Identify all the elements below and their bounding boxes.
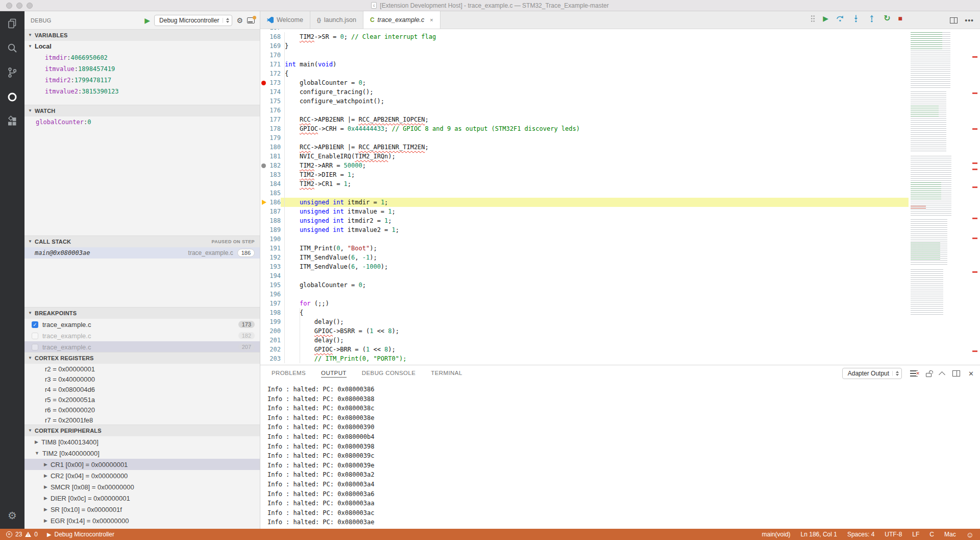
output-log[interactable]: Info : halted: PC: 0x08000386Info : halt… [260,382,980,529]
variable-row[interactable]: itmvalue2: 3815390123 [24,86,260,97]
call-stack-section-header[interactable]: ▼ CALL STACK PAUSED ON STEP [24,236,260,247]
code-line[interactable]: 188 unsigned int itmdir2 = 1; [260,216,980,225]
breakpoint-marker[interactable] [260,78,267,87]
peripheral-row[interactable]: ▶CR1 [0x00] = 0x00000001 [24,459,260,470]
code-line[interactable]: 170 [260,51,980,60]
code-line[interactable]: 177 RCC->APB2ENR |= RCC_APB2ENR_IOPCEN; [260,115,980,124]
cursor-position[interactable]: Ln 186, Col 1 [801,531,837,538]
code-line[interactable]: 187 unsigned int itmvalue = 1; [260,207,980,216]
code-line[interactable]: 173 globalCounter = 0; [260,78,980,87]
problems-status[interactable]: ✕ 23 0 [6,531,38,538]
peripheral-row[interactable]: ▶SMCR [0x08] = 0x00000000 [24,481,260,492]
window-controls[interactable] [6,3,33,9]
debug-icon[interactable] [6,91,18,103]
panel-tab-debug-console[interactable]: DEBUG CONSOLE [362,370,416,378]
symbol-indicator[interactable]: main(void) [762,531,791,538]
split-editor-icon[interactable] [950,17,958,24]
register-row[interactable]: r2 = 0x00000001 [24,364,260,374]
code-line[interactable]: 172{ [260,69,980,78]
indentation-indicator[interactable]: Spaces: 4 [847,531,874,538]
code-line[interactable]: 197 for (;;) [260,299,980,308]
settings-gear-icon[interactable]: ⚙ [8,509,17,522]
register-row[interactable]: r4 = 0x080004d6 [24,384,260,394]
breakpoints-section-header[interactable]: ▼ BREAKPOINTS [24,308,260,319]
overview-ruler[interactable] [955,29,980,365]
close-tab-icon[interactable]: × [430,17,433,23]
disabled-breakpoint-marker[interactable] [260,161,267,170]
peripheral-row[interactable]: ▶SR [0x10] = 0x0000001f [24,504,260,515]
lock-scroll-icon[interactable] [926,373,932,377]
step-out-button[interactable] [868,14,876,22]
more-actions-icon[interactable]: ••• [965,16,974,25]
peripheral-row[interactable]: ▶CCMR1_Output [0x18] = 0x00000000 [24,526,260,529]
code-line[interactable]: 179 [260,133,980,143]
code-line[interactable]: 174 configure_tracing(); [260,87,980,97]
code-line[interactable]: 194 [260,271,980,280]
peripheral-row[interactable]: ▼TIM2 [0x40000000] [24,448,260,459]
code-line[interactable]: 185 [260,189,980,198]
code-line[interactable]: 191 ITM_Print(0, "Boot"); [260,244,980,253]
zoom-window-button[interactable] [27,3,33,9]
code-line[interactable]: 190 [260,234,980,244]
watch-section-header[interactable]: ▼ WATCH [24,105,260,116]
code-line[interactable]: 175 configure_watchpoint(); [260,97,980,106]
peripheral-row[interactable]: ▶DIER [0x0c] = 0x00000001 [24,492,260,504]
code-line[interactable]: 183 TIM2->DIER = 1; [260,170,980,179]
code-line[interactable]: 192 ITM_SendValue(6, -1); [260,253,980,262]
minimap[interactable] [909,29,955,365]
peripheral-row[interactable]: ▶TIM8 [0x40013400] [24,436,260,448]
maximize-panel-icon[interactable] [939,371,945,378]
code-line[interactable]: 169} [260,41,980,51]
tab-trace_example-c[interactable]: Ctrace_example.c× [363,11,440,29]
cortex-registers-header[interactable]: ▼ CORTEX REGISTERS [24,353,260,364]
debug-target-status[interactable]: ▶ Debug Microcontroller [47,531,114,538]
code-line[interactable]: 203 // ITM_Print(0, "PORT0"); [260,354,980,363]
configure-gear-icon[interactable]: ⚙ [236,16,243,25]
code-line[interactable]: 181 NVIC_EnableIRQ(TIM2_IRQn); [260,152,980,161]
code-line[interactable]: 186 unsigned int itmdir = 1; [260,198,980,207]
breakpoint-checkbox[interactable]: ✓ [32,321,38,328]
watch-row[interactable]: globalCounter: 0 [24,116,260,128]
variable-row[interactable]: itmdir2: 1799478117 [24,75,260,86]
feedback-smiley-icon[interactable]: ☺ [966,530,974,539]
code-line[interactable]: 182 TIM2->ARR = 50000; [260,161,980,170]
breakpoint-row[interactable]: trace_example.c182 [24,330,260,341]
current-line-arrow-icon[interactable] [260,198,267,207]
register-row[interactable]: r6 = 0x00000020 [24,405,260,415]
eol-indicator[interactable]: LF [912,531,919,538]
code-line[interactable]: 202 GPIOC->BRR = (1 << 8); [260,345,980,354]
code-line[interactable]: 184 TIM2->CR1 = 1; [260,179,980,189]
scope-local[interactable]: ▼ Local [24,41,260,52]
code-editor[interactable]: 167168 TIM2->SR = 0; // Clear interrupt … [260,29,980,365]
code-line[interactable]: 171int main(void) [260,60,980,69]
source-control-icon[interactable] [6,66,18,79]
cortex-peripherals-header[interactable]: ▼ CORTEX PERIPHERALS [24,425,260,436]
call-stack-frame[interactable]: main@0x080003aetrace_example.c186 [24,247,260,259]
code-line[interactable]: 193 ITM_SendValue(6, -1000); [260,262,980,271]
continue-button[interactable]: ▶ [823,15,828,22]
code-line[interactable]: 201 delay(); [260,336,980,345]
code-line[interactable]: 196 [260,290,980,299]
panel-tab-output[interactable]: OUTPUT [321,370,347,378]
tab-launch-json[interactable]: {}launch.json [310,11,363,29]
code-line[interactable]: 168 TIM2->SR = 0; // Clear interrupt fla… [260,32,980,41]
code-line[interactable]: 199 delay(); [260,317,980,326]
encoding-indicator[interactable]: UTF-8 [885,531,902,538]
code-line[interactable]: 195 globalCounter = 0; [260,280,980,290]
breakpoint-checkbox[interactable] [32,344,38,350]
explorer-icon[interactable] [6,17,18,30]
code-line[interactable]: 178 GPIOC->CRH = 0x44444433; // GPIOC 8 … [260,124,980,133]
variable-row[interactable]: itmdir: 4066950602 [24,52,260,63]
output-channel-dropdown[interactable]: Adapter Output [842,368,902,379]
clear-output-icon[interactable] [910,370,918,377]
breakpoint-checkbox[interactable] [32,333,38,339]
search-icon[interactable] [6,42,18,54]
extensions-icon[interactable] [6,115,18,128]
code-line[interactable]: 200 GPIOC->BSRR = (1 << 8); [260,326,980,336]
register-row[interactable]: r3 = 0x40000000 [24,374,260,384]
register-row[interactable]: r7 = 0x20001fe8 [24,415,260,425]
debug-config-dropdown[interactable]: Debug Microcontroller [154,15,232,26]
peripheral-row[interactable]: ▶EGR [0x14] = 0x00000000 [24,515,260,526]
panel-tab-problems[interactable]: PROBLEMS [272,370,306,378]
breakpoint-row[interactable]: trace_example.c207 [24,341,260,352]
